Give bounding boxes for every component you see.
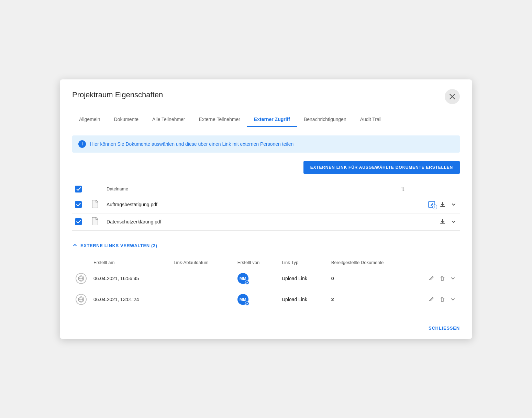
create-external-link-button[interactable]: EXTERNEN LINK FÜR AUSGEWÄHLTE DOKUMENTE … [303,161,460,174]
link2-avatar: MM [237,294,248,305]
file-icon-1 [91,202,98,209]
sort-icon[interactable]: ⇅ [401,186,405,192]
delete-link2-button[interactable] [439,296,446,303]
tab-benachrichtigungen[interactable]: Benachrichtigungen [297,112,353,127]
dialog-body: i Hier können Sie Dokumente auswählen un… [60,127,472,317]
link1-expiry [170,268,234,289]
info-banner: i Hier können Sie Dokumente auswählen un… [72,135,460,153]
filename-1: Auftragsbestätigung.pdf [104,196,398,213]
chevron-up-icon [72,242,78,249]
link1-actions [422,275,456,282]
download-button-1[interactable] [439,200,447,209]
edit-link2-button[interactable] [428,296,435,303]
dialog-header: Projektraum Eigenschaften [60,79,472,104]
info-icon: i [78,140,86,148]
globe-icon-1 [76,273,87,284]
link2-docs-count: 2 [331,297,334,302]
file-table: Dateiname ⇅ [72,182,460,231]
link2-actions [422,296,456,303]
edit-link1-button[interactable] [428,275,435,282]
links-table: Erstellt am Link-Ablaufdatum Erstellt vo… [72,257,460,310]
avatar-check-icon-2 [245,301,249,306]
edit-badge-icon[interactable]: 1 [428,201,435,208]
created-at-header: Erstellt am [90,257,170,268]
tab-dokumente[interactable]: Dokumente [107,112,145,127]
created-by-header: Erstellt von [234,257,278,268]
dialog-footer: SCHLIESSEN [60,317,472,339]
tab-allgemein[interactable]: Allgemein [72,112,107,127]
select-all-checkbox[interactable] [75,186,82,192]
globe-icon-2 [76,294,87,305]
file-icon-2 [91,219,98,227]
tab-audit-trail[interactable]: Audit Trail [353,112,388,127]
expand-row1-button[interactable] [450,201,457,208]
list-item: 06.04.2021, 13:01:24 MM [72,289,460,310]
delete-link1-button[interactable] [439,275,446,282]
dialog-title: Projektraum Eigenschaften [72,89,163,99]
tab-alle-teilnehmer[interactable]: Alle Teilnehmer [145,112,192,127]
link2-created-at: 06.04.2021, 13:01:24 [90,289,170,310]
info-text: Hier können Sie Dokumente auswählen und … [90,141,293,147]
provided-docs-header: Bereitgestellte Dokumente [328,257,419,268]
table-row: Datenschutzerklärung.pdf [72,213,460,230]
close-dialog-button[interactable] [445,89,460,104]
tab-externer-zugriff[interactable]: Externer Zugriff [247,112,297,127]
filename-2: Datenschutzerklärung.pdf [104,213,398,230]
link2-type: Upload Link [278,289,328,310]
external-links-section: EXTERNE LINKS VERWALTEN (2) Erstellt am … [72,236,460,310]
table-row: Auftragsbestätigung.pdf 1 [72,196,460,213]
link1-avatar: MM [237,273,248,284]
download-button-2[interactable] [439,218,447,226]
avatar-initials-1: MM [240,276,246,281]
expand-row2-button[interactable] [450,218,457,225]
avatar-check-icon-1 [245,280,249,285]
external-links-toggle[interactable]: EXTERNE LINKS VERWALTEN (2) [72,240,157,252]
filename-column-header: Dateiname [104,182,398,196]
list-item: 06.04.2021, 16:56:45 MM [72,268,460,289]
link1-created-at: 06.04.2021, 16:56:45 [90,268,170,289]
link1-docs-count: 0 [331,276,334,281]
close-button[interactable]: SCHLIESSEN [429,323,460,333]
avatar-initials-2: MM [240,297,246,302]
external-links-header-label: EXTERNE LINKS VERWALTEN (2) [80,243,157,248]
badge-count-1: 1 [432,205,437,209]
action-row: EXTERNEN LINK FÜR AUSGEWÄHLTE DOKUMENTE … [72,161,460,174]
row2-checkbox[interactable] [75,218,82,225]
expand-link2-button[interactable] [450,296,456,303]
link1-type: Upload Link [278,268,328,289]
row1-actions: 1 [414,200,457,209]
link2-expiry [170,289,234,310]
expand-link1-button[interactable] [450,275,456,282]
tabs: Allgemein Dokumente Alle Teilnehmer Exte… [60,104,472,127]
row1-checkbox[interactable] [75,201,82,208]
row2-actions [414,218,457,226]
dialog: Projektraum Eigenschaften Allgemein Doku… [60,79,472,339]
link-type-header: Link Typ [278,257,328,268]
expiry-header: Link-Ablaufdatum [170,257,234,268]
tab-externe-teilnehmer[interactable]: Externe Teilnehmer [192,112,247,127]
